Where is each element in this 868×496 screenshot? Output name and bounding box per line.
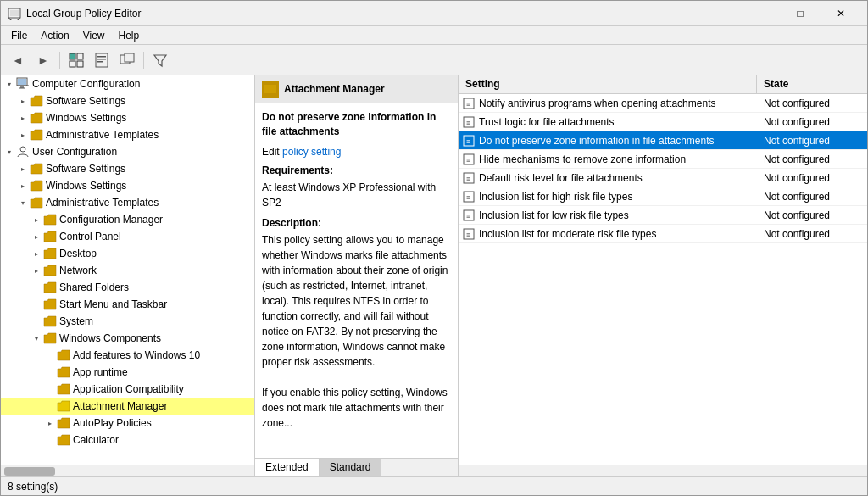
desc-description-body: This policy setting allows you to manage… (262, 232, 451, 431)
properties-button[interactable] (90, 48, 114, 72)
tree-label-config-manager: Configuration Manager (59, 214, 163, 226)
tree-item-calculator[interactable]: Calculator (1, 432, 254, 449)
new-window-button[interactable] (115, 48, 139, 72)
settings-row-0[interactable]: ≡ Notify antivirus programs when opening… (459, 94, 867, 113)
svg-text:≡: ≡ (466, 100, 470, 109)
tree-item-win-settings-1[interactable]: Windows Settings (1, 109, 254, 126)
tree-label-win-settings-1: Windows Settings (46, 112, 126, 124)
tree-item-sw-settings-1[interactable]: Software Settings (1, 92, 254, 109)
settings-row-icon-0: ≡ (459, 98, 476, 109)
svg-text:≡: ≡ (466, 156, 470, 164)
desc-header: Attachment Manager (255, 75, 458, 103)
minimize-button[interactable]: — (740, 1, 779, 26)
tree-arrow-win-settings-2 (16, 179, 30, 192)
tree-item-user-config[interactable]: User Configuration (1, 143, 254, 160)
svg-rect-12 (97, 61, 103, 63)
settings-row-1[interactable]: ≡ Trust logic for file attachments Not c… (459, 113, 867, 131)
tree-item-system[interactable]: System (1, 313, 254, 330)
tree-arrow-desktop (30, 247, 43, 260)
svg-rect-6 (77, 53, 83, 59)
svg-text:≡: ≡ (466, 231, 470, 239)
folder-icon-admin1 (30, 128, 43, 142)
menu-action[interactable]: Action (34, 28, 75, 43)
tree-item-app-runtime[interactable]: App runtime (1, 364, 254, 381)
settings-row-icon-3: ≡ (459, 153, 476, 165)
tree-item-admin-templates-1[interactable]: Administrative Templates (1, 126, 254, 143)
tree-arrow-sw-settings-2 (16, 162, 30, 176)
settings-row-icon-2: ≡ (459, 135, 476, 147)
settings-row-4[interactable]: ≡ Default risk level for file attachment… (459, 169, 867, 187)
svg-rect-17 (18, 79, 26, 85)
folder-icon-autoplay (57, 416, 70, 430)
tree-hscrollbar[interactable] (1, 465, 254, 476)
settings-row-7[interactable]: ≡ Inclusion list for moderate risk file … (459, 225, 867, 243)
tab-extended[interactable]: Extended (255, 459, 320, 476)
tree-item-attach-mgr[interactable]: Attachment Manager (1, 398, 254, 415)
tree-item-win-settings-2[interactable]: Windows Settings (1, 177, 254, 194)
svg-rect-8 (77, 61, 83, 67)
settings-row-5[interactable]: ≡ Inclusion list for high risk file type… (459, 187, 867, 206)
tree-item-network[interactable]: Network (1, 262, 254, 279)
folder-icon-admin2 (30, 196, 43, 209)
tree-item-shared-folders[interactable]: Shared Folders (1, 279, 254, 296)
tree-label-windows-components: Windows Components (59, 332, 161, 344)
tree-item-start-menu[interactable]: Start Menu and Taskbar (1, 296, 254, 313)
menu-file[interactable]: File (4, 28, 34, 43)
tree-label-shared-folders: Shared Folders (59, 281, 129, 293)
tree-item-computer-config[interactable]: Computer Configuration (1, 75, 254, 92)
tree-item-desktop[interactable]: Desktop (1, 245, 254, 262)
svg-text:≡: ≡ (466, 175, 470, 183)
filter-button[interactable] (148, 48, 172, 72)
status-bar: 8 setting(s) (1, 476, 867, 495)
settings-row-state-4: Not configured (757, 172, 867, 184)
settings-row-6[interactable]: ≡ Inclusion list for low risk file types… (459, 206, 867, 225)
settings-row-state-6: Not configured (757, 209, 867, 221)
tree-label-app-runtime: App runtime (73, 366, 128, 378)
tree-item-add-features[interactable]: Add features to Windows 10 (1, 347, 254, 364)
desc-header-title: Attachment Manager (284, 83, 385, 95)
tree-item-sw-settings-2[interactable]: Software Settings (1, 160, 254, 177)
forward-button[interactable]: ► (31, 48, 55, 72)
desc-policy-link[interactable]: policy setting (282, 146, 341, 158)
desc-content: Do not preserve zone information in file… (255, 103, 458, 458)
menu-help[interactable]: Help (112, 28, 147, 43)
tree-item-admin-templates-2[interactable]: Administrative Templates (1, 194, 254, 211)
svg-rect-9 (96, 53, 108, 67)
tab-standard[interactable]: Standard (320, 459, 382, 476)
settings-row-name-1: Trust logic for file attachments (476, 116, 757, 128)
tree-item-control-panel[interactable]: Control Panel (1, 228, 254, 245)
tree-label-add-features: Add features to Windows 10 (73, 349, 200, 361)
tree-item-autoplay[interactable]: AutoPlay Policies (1, 415, 254, 432)
tree-arrow-app-runtime (43, 365, 57, 379)
svg-text:≡: ≡ (466, 119, 470, 127)
settings-hscrollbar[interactable] (459, 465, 867, 476)
tree-item-app-compat[interactable]: Application Compatibility (1, 381, 254, 398)
settings-row-3[interactable]: ≡ Hide mechanisms to remove zone informa… (459, 150, 867, 169)
folder-icon-win2 (30, 179, 43, 192)
user-icon (16, 145, 30, 159)
window-title: Local Group Policy Editor (26, 8, 740, 20)
tree-label-attach-mgr: Attachment Manager (73, 400, 167, 412)
settings-row-state-2: Not configured (757, 135, 867, 147)
tree-item-config-manager[interactable]: Configuration Manager (1, 211, 254, 228)
toolbar-separator-2 (143, 52, 144, 69)
computer-icon (16, 77, 30, 91)
menu-view[interactable]: View (76, 28, 112, 43)
close-button[interactable]: ✕ (821, 1, 860, 26)
tree-label-autoplay: AutoPlay Policies (73, 417, 152, 429)
tree-label-sw-settings-2: Software Settings (46, 163, 125, 175)
col-header-state: State (757, 75, 867, 93)
tree-arrow-network (30, 264, 43, 277)
col-header-setting: Setting (459, 75, 757, 93)
svg-point-21 (20, 147, 25, 152)
menu-bar: File Action View Help (1, 26, 867, 45)
show-hide-button[interactable] (64, 48, 88, 72)
back-button[interactable]: ◄ (6, 48, 30, 72)
tree-item-windows-components[interactable]: Windows Components (1, 330, 254, 347)
folder-icon-start (43, 298, 57, 311)
settings-header: Setting State (459, 75, 867, 94)
svg-rect-7 (70, 61, 75, 67)
tree-arrow-start-menu (30, 298, 43, 311)
settings-row-2[interactable]: ≡ Do not preserve zone information in fi… (459, 131, 867, 150)
maximize-button[interactable]: □ (781, 1, 820, 26)
